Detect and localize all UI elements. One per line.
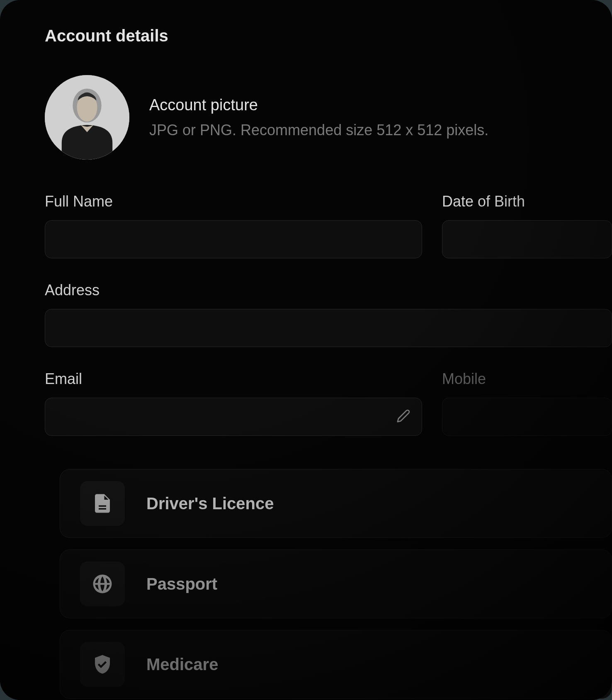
document-label: Medicare: [146, 655, 218, 674]
field-mobile: Mobile: [442, 370, 612, 436]
avatar-hint: JPG or PNG. Recommended size 512 x 512 p…: [149, 122, 488, 139]
email-input[interactable]: [45, 398, 422, 436]
address-input[interactable]: [45, 309, 612, 347]
form-grid: Full Name Date of Birth Address Email: [45, 193, 612, 459]
document-medicare[interactable]: Medicare: [60, 630, 612, 699]
field-address: Address: [45, 282, 612, 347]
mobile-label: Mobile: [442, 370, 612, 388]
shield-check-icon: [80, 642, 125, 687]
mobile-input[interactable]: [442, 398, 612, 436]
avatar-row: Account picture JPG or PNG. Recommended …: [45, 75, 612, 160]
dob-label: Date of Birth: [442, 193, 612, 210]
avatar[interactable]: [45, 75, 129, 160]
document-label: Driver's Licence: [146, 494, 274, 513]
address-label: Address: [45, 282, 612, 299]
email-label: Email: [45, 370, 422, 388]
field-dob: Date of Birth: [442, 193, 612, 258]
full-name-label: Full Name: [45, 193, 422, 210]
field-email: Email: [45, 370, 422, 436]
dob-input[interactable]: [442, 220, 612, 258]
document-label: Passport: [146, 575, 217, 593]
document-icon: [80, 481, 125, 526]
account-details-card: Account details Account picture JPG or P…: [0, 0, 612, 700]
avatar-text: Account picture JPG or PNG. Recommended …: [149, 96, 488, 139]
document-drivers-licence[interactable]: Driver's Licence: [60, 469, 612, 538]
section-title: Account details: [45, 27, 612, 45]
field-full-name: Full Name: [45, 193, 422, 258]
document-list: Driver's Licence Passport Medicare: [60, 469, 612, 699]
full-name-input[interactable]: [45, 220, 422, 258]
avatar-image: [45, 75, 129, 160]
avatar-label: Account picture: [149, 96, 488, 114]
edit-icon[interactable]: [396, 409, 410, 425]
document-passport[interactable]: Passport: [60, 549, 612, 618]
globe-icon: [80, 561, 125, 606]
